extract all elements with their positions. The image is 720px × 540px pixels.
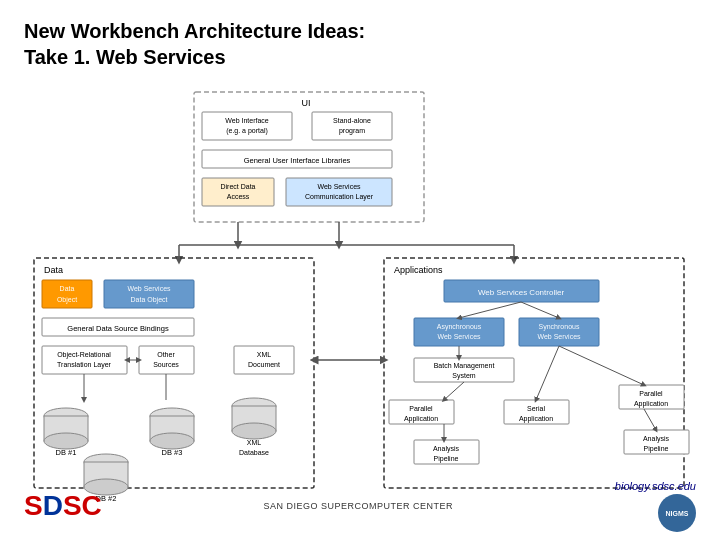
nigms-badge: NIGMS xyxy=(658,494,696,532)
svg-text:Asynchronous: Asynchronous xyxy=(437,323,482,331)
architecture-diagram: UI Web Interface (e.g. a portal) Stand-a… xyxy=(24,80,696,510)
svg-text:XML: XML xyxy=(247,439,262,446)
svg-text:System: System xyxy=(452,372,476,380)
svg-text:Object-Relational: Object-Relational xyxy=(57,351,111,359)
svg-text:Applications: Applications xyxy=(394,265,443,275)
svg-text:Translation Layer: Translation Layer xyxy=(57,361,111,369)
svg-text:Other: Other xyxy=(157,351,175,358)
svg-point-52 xyxy=(150,433,194,449)
slide-container: New Workbench Architecture Ideas: Take 1… xyxy=(0,0,720,540)
svg-line-91 xyxy=(444,382,464,400)
sdsc-sc-letters: SC xyxy=(63,490,102,521)
svg-text:Serial: Serial xyxy=(527,405,545,412)
footer-right: biology.sdsc.edu NIGMS xyxy=(615,480,696,532)
svg-text:Access: Access xyxy=(227,193,250,200)
sdsc-d-letter: D xyxy=(43,490,63,521)
svg-text:Web Interface: Web Interface xyxy=(225,117,269,124)
svg-text:Data: Data xyxy=(44,265,63,275)
sdsc-logo: SDSC xyxy=(24,490,102,522)
svg-text:DB #1: DB #1 xyxy=(56,448,77,457)
svg-text:Object: Object xyxy=(57,296,77,304)
svg-text:UI: UI xyxy=(302,98,311,108)
svg-text:Web Services: Web Services xyxy=(317,183,361,190)
sdsc-s-letter: S xyxy=(24,490,43,521)
svg-text:Synchronous: Synchronous xyxy=(539,323,580,331)
svg-text:Parallel: Parallel xyxy=(639,390,663,397)
svg-line-92 xyxy=(536,346,559,400)
svg-text:Pipeline: Pipeline xyxy=(434,455,459,463)
diagram-area: UI Web Interface (e.g. a portal) Stand-a… xyxy=(24,80,696,510)
svg-text:Web Services: Web Services xyxy=(127,285,171,292)
svg-text:Data: Data xyxy=(60,285,75,292)
biology-url: biology.sdsc.edu xyxy=(615,480,696,492)
svg-text:General Data Source Bindings: General Data Source Bindings xyxy=(67,324,169,333)
svg-text:Web Services: Web Services xyxy=(537,333,581,340)
svg-text:Batch Management: Batch Management xyxy=(434,362,495,370)
slide-title: New Workbench Architecture Ideas: Take 1… xyxy=(24,18,696,70)
svg-text:Web Services Controller: Web Services Controller xyxy=(478,288,564,297)
footer: SDSC SAN DIEGO SUPERCOMPUTER CENTER biol… xyxy=(0,480,720,532)
svg-text:program: program xyxy=(339,127,365,135)
svg-text:XML: XML xyxy=(257,351,272,358)
svg-text:Analysis: Analysis xyxy=(643,435,670,443)
svg-text:Application: Application xyxy=(519,415,553,423)
svg-text:Application: Application xyxy=(634,400,668,408)
svg-text:Pipeline: Pipeline xyxy=(644,445,669,453)
svg-point-56 xyxy=(232,423,276,439)
svg-text:Stand-alone: Stand-alone xyxy=(333,117,371,124)
svg-text:Parallel: Parallel xyxy=(409,405,433,412)
svg-line-89 xyxy=(521,302,559,318)
svg-line-93 xyxy=(559,346,644,385)
svg-point-44 xyxy=(44,433,88,449)
footer-org: SAN DIEGO SUPERCOMPUTER CENTER xyxy=(264,501,454,511)
svg-text:Document: Document xyxy=(248,361,280,368)
svg-line-88 xyxy=(459,302,521,318)
svg-text:Application: Application xyxy=(404,415,438,423)
svg-text:General User Interface Librari: General User Interface Libraries xyxy=(244,156,351,165)
svg-text:DB #3: DB #3 xyxy=(162,448,183,457)
svg-text:Analysis: Analysis xyxy=(433,445,460,453)
svg-text:Communication Layer: Communication Layer xyxy=(305,193,374,201)
svg-text:(e.g. a portal): (e.g. a portal) xyxy=(226,127,268,135)
svg-text:Database: Database xyxy=(239,449,269,456)
svg-text:Data Object: Data Object xyxy=(131,296,168,304)
svg-text:Direct Data: Direct Data xyxy=(220,183,255,190)
svg-text:Web Services: Web Services xyxy=(437,333,481,340)
svg-text:Sources: Sources xyxy=(153,361,179,368)
svg-line-95 xyxy=(644,409,656,430)
